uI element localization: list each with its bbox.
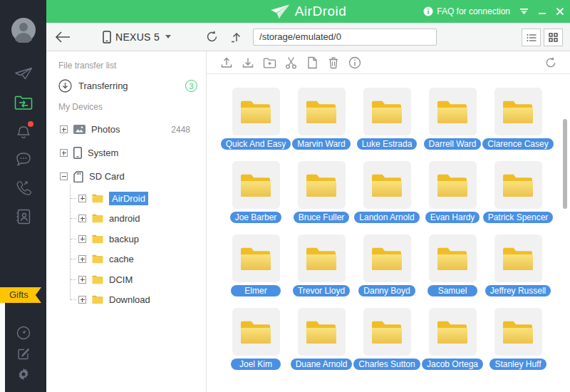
- copy-icon: [306, 56, 318, 69]
- refresh-list-button[interactable]: [540, 53, 561, 72]
- tree-item-folder[interactable]: cache: [46, 249, 206, 270]
- notification-dot: [28, 121, 33, 127]
- device-tree-panel: File transfer list Transferring 3 My Dev…: [46, 51, 207, 392]
- download-button[interactable]: [237, 53, 259, 72]
- folder-tile[interactable]: [494, 234, 542, 282]
- folder-item[interactable]: Charles Sutton: [354, 308, 420, 381]
- contacts-button[interactable]: [0, 202, 46, 231]
- folder-icon: [304, 98, 338, 126]
- list-view-button[interactable]: [522, 29, 541, 46]
- folder-tile[interactable]: [298, 234, 346, 282]
- tree-item-folder[interactable]: android: [46, 209, 206, 229]
- new-folder-button[interactable]: [259, 53, 280, 72]
- folder-item[interactable]: Marvin Ward: [289, 88, 354, 161]
- collapse-icon[interactable]: [60, 172, 68, 180]
- folder-item[interactable]: Luke Estrada: [354, 88, 420, 161]
- tree-guide-line: [71, 218, 76, 219]
- folder-tile[interactable]: [429, 161, 477, 209]
- folder-tile[interactable]: [494, 161, 542, 209]
- folder-tile[interactable]: [232, 161, 280, 209]
- file-transfer-tab-active[interactable]: [0, 88, 46, 117]
- folder-tile[interactable]: [232, 234, 280, 282]
- folder-item[interactable]: Jacob Ortega: [420, 308, 485, 381]
- tree-item-folder[interactable]: AirDroid: [46, 188, 206, 209]
- folder-item[interactable]: Evan Hardy: [420, 161, 485, 234]
- folder-item[interactable]: Stanley Huff: [485, 308, 551, 381]
- expand-icon[interactable]: [78, 276, 86, 284]
- delete-button[interactable]: [323, 53, 344, 72]
- folder-tile[interactable]: [363, 308, 411, 356]
- settings-button[interactable]: [0, 363, 46, 384]
- send-files-button[interactable]: [0, 60, 46, 88]
- grid-view-icon: [549, 33, 558, 42]
- copy-button[interactable]: [301, 53, 323, 72]
- upload-button[interactable]: [216, 53, 237, 72]
- folder-tile[interactable]: [363, 88, 411, 135]
- notifications-button[interactable]: [0, 117, 46, 145]
- refresh-device-button[interactable]: [205, 30, 219, 43]
- folder-tile[interactable]: [363, 161, 411, 209]
- expand-icon[interactable]: [78, 195, 86, 202]
- minimize-button[interactable]: [538, 0, 546, 23]
- expand-icon[interactable]: [78, 215, 86, 222]
- device-selector[interactable]: NEXUS 5: [103, 31, 171, 43]
- back-button[interactable]: [46, 31, 79, 43]
- folder-tile[interactable]: [429, 308, 477, 356]
- gifts-ribbon[interactable]: Gifts: [0, 287, 41, 303]
- folder-item[interactable]: Joe Barber: [223, 161, 289, 234]
- folder-item[interactable]: Duane Arnold: [289, 308, 354, 381]
- folder-item[interactable]: Bruce Fuller: [289, 161, 354, 234]
- cut-button[interactable]: [280, 53, 301, 72]
- faq-link[interactable]: FAQ for connection: [423, 6, 510, 16]
- properties-button[interactable]: [344, 53, 366, 72]
- folder-item[interactable]: Trevor Lloyd: [289, 234, 354, 308]
- expand-icon[interactable]: [78, 255, 86, 263]
- tree-item-system[interactable]: System: [46, 141, 206, 165]
- folder-tile[interactable]: [429, 234, 477, 282]
- folder-item[interactable]: Landon Arnold: [354, 161, 420, 234]
- tree-item-folder[interactable]: Download: [46, 290, 206, 311]
- folder-tile[interactable]: [494, 88, 542, 135]
- folder-tile[interactable]: [232, 308, 280, 356]
- folder-item[interactable]: Samuel: [420, 234, 485, 308]
- minimize-to-tray-button[interactable]: [519, 0, 529, 23]
- folder-icon: [304, 244, 338, 273]
- folder-item[interactable]: Danny Boyd: [354, 234, 420, 308]
- path-input[interactable]: [253, 29, 437, 46]
- expand-icon[interactable]: [60, 149, 68, 157]
- folder-item[interactable]: Jeffrey Russell: [485, 234, 551, 308]
- folder-icon: [370, 171, 404, 200]
- tree-item-folder[interactable]: backup: [46, 229, 206, 249]
- folder-name-label: Stanley Huff: [489, 359, 546, 370]
- user-avatar[interactable]: [0, 16, 46, 44]
- folder-tile[interactable]: [429, 88, 477, 135]
- tree-item-folder[interactable]: DCIM: [46, 269, 206, 290]
- my-devices-section-label: My Devices: [58, 102, 206, 112]
- folder-tile[interactable]: [232, 88, 280, 135]
- folder-tile[interactable]: [298, 88, 346, 135]
- discover-button[interactable]: [0, 322, 46, 343]
- expand-icon[interactable]: [78, 235, 86, 243]
- folder-item[interactable]: Quick And Easy: [223, 88, 289, 161]
- calls-button[interactable]: [0, 174, 46, 202]
- folder-item[interactable]: Clarence Casey: [485, 88, 551, 161]
- messages-button[interactable]: [0, 145, 46, 174]
- expand-icon[interactable]: [60, 125, 68, 133]
- folder-item[interactable]: Darrell Ward: [420, 88, 485, 161]
- folder-tile[interactable]: [363, 234, 411, 282]
- folder-item[interactable]: Joel Kim: [223, 308, 289, 381]
- transferring-item[interactable]: Transferring 3: [58, 79, 197, 93]
- expand-icon[interactable]: [78, 296, 86, 304]
- folder-tile[interactable]: [298, 161, 346, 209]
- tree-item-photos[interactable]: Photos 2448: [46, 118, 206, 141]
- vertical-scrollbar[interactable]: [563, 119, 567, 209]
- tree-item-label: cache: [109, 254, 134, 264]
- close-button[interactable]: [556, 0, 564, 23]
- feedback-button[interactable]: [0, 343, 46, 363]
- grid-view-button[interactable]: [544, 29, 563, 46]
- folder-tile[interactable]: [298, 308, 346, 356]
- parent-folder-button[interactable]: [230, 31, 243, 43]
- folder-item[interactable]: Elmer: [223, 234, 289, 308]
- folder-tile[interactable]: [494, 308, 542, 356]
- folder-item[interactable]: Patrick Spencer: [485, 161, 551, 234]
